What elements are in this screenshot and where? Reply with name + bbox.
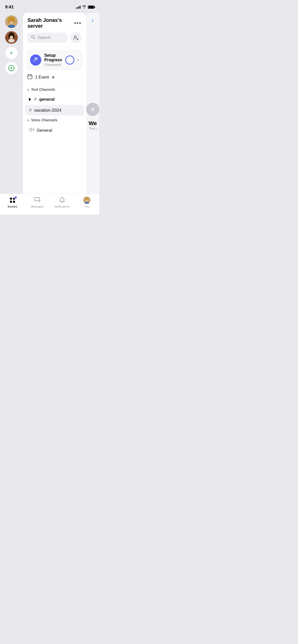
main-panel: Sarah Jonas's server ••• Search	[23, 13, 86, 194]
svg-point-16	[10, 36, 11, 36]
channel-hash-icon: #	[34, 97, 37, 102]
tab-icon-wrap-servers	[9, 196, 16, 204]
you-avatar	[83, 197, 90, 204]
channel-preview-icon: #	[86, 103, 99, 116]
svg-point-13	[13, 34, 15, 38]
channel-hash-icon-2: #	[29, 108, 32, 113]
svg-point-26	[74, 36, 76, 38]
svg-point-12	[8, 34, 10, 38]
tab-servers[interactable]: Servers	[0, 196, 25, 208]
add-server-button[interactable]: +	[5, 47, 18, 59]
calendar-icon	[27, 74, 33, 81]
setup-progress-card[interactable]: Setup Progress Completed! ›	[26, 50, 83, 70]
status-bar: 9:41	[0, 0, 99, 13]
tab-label-notifications: Notifications	[55, 205, 70, 208]
chevron-down-icon-voice: ∨	[27, 118, 30, 122]
svg-point-40	[85, 198, 88, 200]
right-panel: ‹ # We This i	[86, 13, 99, 194]
svg-rect-37	[13, 201, 15, 203]
more-options-button[interactable]: •••	[74, 20, 82, 26]
event-dot	[52, 76, 55, 79]
server-avatar-1[interactable]	[5, 15, 18, 28]
add-member-button[interactable]	[70, 32, 82, 43]
server-name: Sarah Jonas's server	[28, 17, 74, 29]
server-sidebar: TEE +	[0, 13, 23, 194]
svg-rect-34	[10, 198, 12, 200]
tab-icon-wrap-messages	[33, 196, 41, 204]
search-icon	[31, 35, 35, 40]
search-row: Search	[28, 32, 82, 43]
signal-icon	[76, 6, 80, 9]
tab-bar: Servers Messages Notifications	[0, 194, 99, 215]
setup-progress-ring	[65, 55, 74, 65]
preview-title: We	[88, 120, 98, 127]
text-channels-label: Text Channels	[31, 87, 55, 92]
svg-point-19	[11, 67, 12, 69]
battery-icon	[88, 6, 94, 9]
channel-item-vacation-2024[interactable]: # vacation-2024	[25, 105, 84, 115]
tab-label-you: You	[85, 205, 89, 208]
discover-servers-button[interactable]	[5, 62, 18, 74]
event-row[interactable]: 1 Event	[23, 70, 86, 83]
chevron-down-icon: ∨	[27, 88, 30, 92]
voice-channels-label: Voice Channels	[31, 118, 57, 122]
svg-text:TEE: TEE	[10, 40, 13, 42]
back-button[interactable]: ‹	[92, 17, 93, 24]
messages-tab-icon	[34, 197, 41, 204]
server-title-row: Sarah Jonas's server •••	[28, 17, 82, 29]
svg-point-6	[10, 20, 11, 21]
active-channel-indicator	[29, 98, 31, 101]
channel-item-general[interactable]: # general	[25, 94, 84, 105]
svg-rect-30	[28, 75, 32, 79]
svg-rect-36	[10, 201, 12, 203]
svg-point-3	[8, 18, 10, 23]
setup-subtitle: Completed!	[44, 63, 62, 67]
svg-point-4	[13, 18, 15, 23]
channel-list: ∨ Text Channels # general # vacation-202…	[23, 83, 86, 194]
text-channels-section-header[interactable]: ∨ Text Channels	[23, 85, 86, 94]
tab-icon-wrap-notifications	[58, 196, 66, 204]
svg-point-7	[12, 20, 13, 21]
speaker-icon	[29, 127, 34, 134]
setup-title: Setup Progress	[44, 53, 62, 62]
status-icons	[76, 5, 94, 9]
svg-point-17	[12, 36, 13, 36]
notifications-tab-icon	[59, 197, 66, 204]
wifi-icon	[82, 5, 86, 9]
search-placeholder: Search	[37, 35, 51, 40]
tab-messages[interactable]: Messages	[25, 196, 50, 208]
wand-icon	[33, 56, 38, 63]
tab-label-servers: Servers	[8, 205, 17, 208]
svg-point-29	[36, 58, 37, 59]
compass-icon	[8, 65, 15, 71]
preview-subtitle: This i	[88, 127, 98, 130]
voice-channels-section-header[interactable]: ∨ Voice Channels	[23, 116, 86, 124]
plus-icon: +	[10, 49, 13, 56]
setup-text: Setup Progress Completed!	[44, 53, 62, 67]
channel-name-general: general	[39, 97, 55, 102]
server-header: Sarah Jonas's server ••• Search	[23, 13, 86, 47]
search-bar[interactable]: Search	[28, 33, 68, 43]
svg-line-25	[34, 38, 35, 39]
chevron-right-icon: ›	[77, 57, 79, 63]
voice-channel-general[interactable]: General	[25, 125, 84, 136]
tab-label-messages: Messages	[31, 205, 44, 208]
server-avatar-2[interactable]: TEE	[5, 31, 18, 44]
add-member-icon	[73, 35, 79, 40]
tab-notifications[interactable]: Notifications	[50, 196, 75, 208]
voice-channel-name-general: General	[37, 128, 52, 133]
tab-icon-wrap-you	[83, 196, 91, 204]
setup-icon	[30, 54, 41, 66]
event-count: 1 Event	[35, 75, 49, 80]
status-time: 9:41	[5, 5, 14, 10]
app-container: TEE + Sarah Jonas's	[0, 13, 99, 194]
tab-you[interactable]: You	[75, 196, 100, 208]
servers-badge	[14, 196, 17, 199]
channel-name-vacation: vacation-2024	[34, 108, 61, 113]
